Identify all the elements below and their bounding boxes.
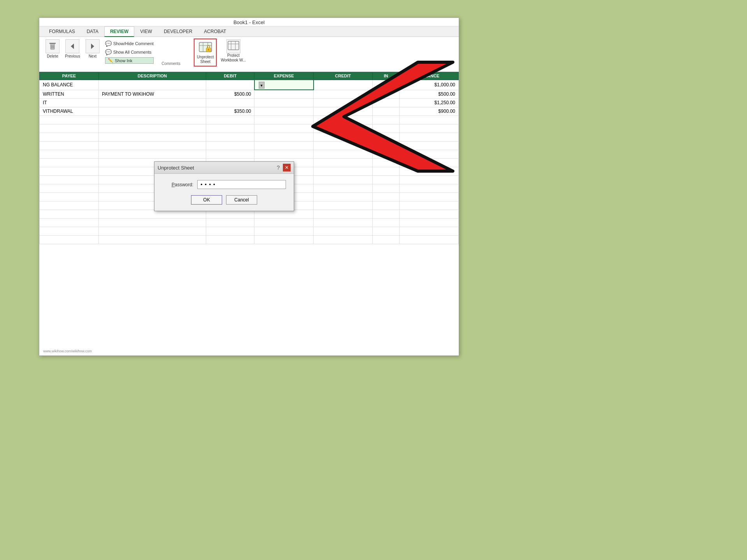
window-title: Book1 - Excel (233, 19, 265, 25)
next-button[interactable]: Next (83, 38, 102, 59)
cell-payee-1[interactable]: NG BALANCE (40, 80, 99, 90)
unprotect-sheet-dialog: Unprotect Sheet ? ✕ Password: OK Cancel (154, 161, 294, 211)
cell-desc-2[interactable]: PAYMENT TO WIKIHOW (98, 90, 206, 98)
previous-button[interactable]: Previous (63, 38, 82, 59)
unprotect-sheet-label: UnprotectSheet (197, 55, 214, 64)
tab-view[interactable]: VIEW (134, 26, 158, 37)
tab-acrobat[interactable]: ACROBAT (198, 26, 232, 37)
watermark: www.wikihow.com/wikihow.com (43, 349, 92, 353)
cell-expense-2[interactable] (254, 90, 314, 98)
col-header-payee: PAYEE (40, 72, 99, 80)
cell-desc-3[interactable] (98, 98, 206, 107)
cell-expense-1[interactable]: ▼ (254, 80, 314, 90)
cell-debit-4[interactable]: $350.00 (206, 107, 254, 116)
cell-debit-3[interactable] (206, 98, 254, 107)
dialog-title-bar: Unprotect Sheet ? ✕ (154, 162, 294, 174)
delete-label: Delete (47, 54, 58, 58)
cell-in-3[interactable] (373, 98, 400, 107)
table-row (40, 116, 459, 124)
dialog-password-label: Password: (162, 182, 193, 187)
show-all-comments-button[interactable]: 💬 Show All Comments (105, 49, 154, 56)
tab-data[interactable]: DATA (81, 26, 104, 37)
dialog-help-button[interactable]: ? (275, 164, 281, 171)
cell-debit-2[interactable]: $500.00 (206, 90, 254, 98)
cell-balance-3[interactable]: $1,250.00 (400, 98, 459, 107)
table-row (40, 227, 459, 235)
svg-point-12 (208, 49, 209, 51)
cell-in-2[interactable] (373, 90, 400, 98)
protect-workbook-icon (226, 39, 240, 53)
show-hide-comment-button[interactable]: 💬 Show/Hide Comment (105, 40, 154, 47)
show-ink-label: Show Ink (115, 58, 132, 63)
cell-expense-4[interactable] (254, 107, 314, 116)
protect-workbook-button[interactable]: ProtectWorkbook W... (218, 38, 248, 63)
ribbon-content: Delete Previous Next 💬 (39, 37, 459, 72)
cell-credit-4[interactable] (314, 107, 373, 116)
svg-marker-5 (71, 44, 74, 49)
cell-in-4[interactable] (373, 107, 400, 116)
cell-payee-2[interactable]: WRITTEN (40, 90, 99, 98)
table-row: NG BALANCE ▼ $1,000.00 (40, 80, 459, 90)
svg-marker-6 (91, 44, 94, 49)
ink-icon: ✏️ (108, 58, 113, 63)
unprotect-sheet-icon (198, 41, 213, 55)
svg-rect-13 (228, 41, 239, 50)
dialog-title-icons: ? ✕ (275, 164, 291, 172)
show-hide-comment-label: Show/Hide Comment (113, 41, 154, 46)
table-row: VITHDRAWAL $350.00 $900.00 (40, 107, 459, 116)
dialog-title: Unprotect Sheet (158, 165, 194, 171)
table-row: IT $750.00 $1,250.00 (40, 98, 459, 107)
table-row (40, 141, 459, 150)
dropdown-arrow[interactable]: ▼ (259, 82, 265, 89)
cell-balance-2[interactable]: $500.00 (400, 90, 459, 98)
cell-credit-1[interactable] (314, 80, 373, 90)
comments-group-label: Comments (161, 61, 180, 66)
dialog-password-input[interactable] (197, 180, 286, 189)
col-header-balance: BALANCE (400, 72, 459, 80)
table-row (40, 235, 459, 244)
protect-workbook-label: ProtectWorkbook W... (221, 53, 246, 63)
spreadsheet-area: PAYEE DESCRIPTION DEBIT EXPENSE CREDIT I… (39, 72, 459, 244)
col-header-credit: CREDIT (314, 72, 373, 80)
show-all-comments-label: Show All Comments (113, 50, 151, 54)
table-row (40, 150, 459, 158)
table-row (40, 124, 459, 133)
tab-formulas[interactable]: FORMULAS (43, 26, 81, 37)
next-icon (86, 39, 100, 53)
col-header-debit: DEBIT (206, 72, 254, 80)
cell-payee-4[interactable]: VITHDRAWAL (40, 107, 99, 116)
table-row: WRITTEN PAYMENT TO WIKIHOW $500.00 $500.… (40, 90, 459, 98)
tab-review[interactable]: REVIEW (104, 26, 134, 37)
cell-in-1[interactable] (373, 80, 400, 90)
dialog-close-button[interactable]: ✕ (283, 164, 291, 172)
ribbon-tabs: FORMULAS DATA REVIEW VIEW DEVELOPER ACRO… (39, 26, 459, 37)
title-bar: Book1 - Excel (39, 18, 459, 26)
delete-button[interactable]: Delete (43, 38, 62, 59)
cell-desc-4[interactable] (98, 107, 206, 116)
next-label: Next (89, 54, 97, 58)
col-header-expense: EXPENSE (254, 72, 314, 80)
table-row (40, 218, 459, 227)
dialog-body: Password: OK Cancel (154, 174, 294, 211)
dialog-password-row: Password: (162, 180, 286, 189)
cell-debit-1[interactable] (206, 80, 254, 90)
cell-balance-1[interactable]: $1,000.00 (400, 80, 459, 90)
cell-expense-3[interactable] (254, 98, 314, 107)
previous-icon (65, 39, 79, 53)
unprotect-sheet-button[interactable]: UnprotectSheet (194, 38, 217, 66)
tab-developer[interactable]: DEVELOPER (158, 26, 198, 37)
cell-credit-2[interactable] (314, 90, 373, 98)
spreadsheet-grid: PAYEE DESCRIPTION DEBIT EXPENSE CREDIT I… (39, 72, 459, 244)
cell-balance-4[interactable]: $900.00 (400, 107, 459, 116)
col-header-description: DESCRIPTION (98, 72, 206, 80)
dialog-ok-button[interactable]: OK (191, 195, 222, 205)
cell-desc-1[interactable] (98, 80, 206, 90)
dialog-buttons: OK Cancel (162, 195, 286, 205)
excel-window: Book1 - Excel FORMULAS DATA REVIEW VIEW … (39, 18, 459, 356)
cell-credit-3[interactable]: $750.00 (314, 98, 373, 107)
table-row (40, 133, 459, 141)
cell-payee-3[interactable]: IT (40, 98, 99, 107)
show-ink-button[interactable]: ✏️ Show Ink (105, 57, 154, 64)
dialog-cancel-button[interactable]: Cancel (226, 195, 257, 205)
delete-icon (46, 39, 60, 53)
